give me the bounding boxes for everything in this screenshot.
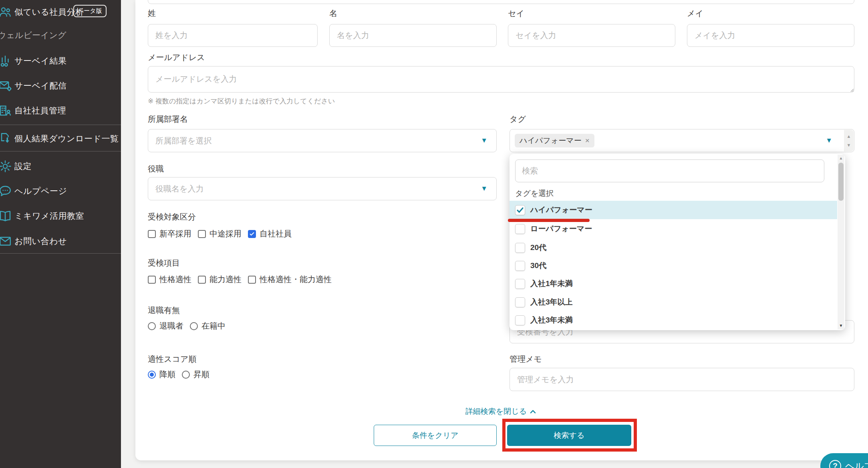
radio-selected-icon[interactable] [148,371,156,379]
sidebar-item-mikiwame-school[interactable]: ミキワメ活用教室 [0,207,121,225]
checkbox-checked-icon[interactable] [515,205,525,215]
chevron-down-icon: ▼ [826,137,832,145]
bar-chart-icon [0,53,13,69]
checkbox-icon[interactable] [515,243,525,253]
tag-option-20s[interactable]: 20代 [510,238,837,257]
question-icon: ? [829,460,841,468]
department-label: 所属部署名 [148,114,188,125]
checkbox-icon[interactable] [198,230,206,238]
sidebar-item-employee-management[interactable]: 自社社員管理 [0,102,121,119]
email-textarea[interactable] [148,66,854,93]
radio-ascending[interactable]: 昇順 [182,369,209,380]
tag-option-under-3yr[interactable]: 入社3年未満 [510,311,837,329]
annotation-red-rectangle [502,419,637,452]
checkbox-icon[interactable] [198,276,206,284]
checkbox-icon[interactable] [515,297,525,307]
sidebar-item-contact[interactable]: お問い合わせ [0,232,121,250]
email-label: メールアドレス [148,52,205,63]
mail-gear-icon [0,78,13,93]
radio-icon[interactable] [182,371,190,379]
sidebar-item-download-list[interactable]: 個人結果ダウンロード一覧 [0,130,121,147]
gear-icon [0,159,13,174]
tag-option-high-performer[interactable]: ハイパフォーマー [510,201,837,219]
chevron-down-icon: ▼ [481,137,487,145]
score-order-label: 適性スコア順 [148,354,196,365]
checkbox-icon[interactable] [148,230,156,238]
sidebar-item-survey-delivery[interactable]: サーベイ配信 [0,77,121,95]
dropdown-scrollbar[interactable]: ▲ ▼ [838,155,844,329]
email-note: ※ 複数の指定はカンマ区切りまたは改行で入力してください [148,97,335,106]
tag-option-over-3yr[interactable]: 入社3年以上 [510,293,837,311]
tag-option-30s[interactable]: 30代 [510,256,837,275]
target-category-options: 新卒採用 中途採用 自社社員 [148,228,292,239]
radio-descending[interactable]: 降順 [148,369,175,380]
collapse-search-link-wrap: 詳細検索を閉じる [148,406,854,417]
retirement-options: 退職者 在籍中 [148,321,226,331]
sidebar: 似ている社員分析 ベータ版 ウェルビーイング サーベイ結果 サーベイ配信 [0,0,121,468]
sidebar-item-label: サーベイ配信 [14,80,66,91]
book-icon [0,208,13,224]
sidebar-item-similar-analysis[interactable]: 似ている社員分析 ベータ版 [0,3,121,21]
checkbox-icon[interactable] [148,276,156,284]
last-kana-input[interactable] [508,24,675,47]
people-icon [0,4,13,20]
memo-label: 管理メモ [510,354,542,365]
role-select[interactable]: 役職名を入力 ▼ [148,177,497,200]
tag-label: タグ [510,114,526,125]
radio-icon[interactable] [190,322,198,330]
sidebar-item-label: 個人結果ダウンロード一覧 [14,133,119,144]
tag-multiselect[interactable]: ハイパフォーマー × ▼ ▲ ▼ [510,129,854,152]
sidebar-item-label: ミキワメ活用教室 [14,210,84,222]
sidebar-item-settings[interactable]: 設定 [0,157,121,175]
checkbox-checked-icon[interactable] [248,230,256,238]
tag-dropdown-header: タグを選択 [515,188,554,199]
checkbox-mid-career[interactable]: 中途採用 [198,228,242,239]
first-name-input[interactable] [329,24,497,47]
tag-search-input[interactable] [515,159,824,182]
last-name-input[interactable] [148,24,318,47]
sidebar-section-wellbeing: ウェルビーイング [0,30,66,41]
tag-option-under-1yr[interactable]: 入社1年未満 [510,274,837,293]
radio-active[interactable]: 在籍中 [190,321,226,331]
tag-option-low-performer[interactable]: ローパフォーマー [510,220,837,238]
chip-remove-icon[interactable]: × [585,136,590,145]
first-kana-input[interactable] [687,24,854,47]
checkbox-icon[interactable] [515,315,525,325]
scrollbar-thumb[interactable] [838,163,844,201]
checkbox-personality[interactable]: 性格適性 [148,274,191,285]
scroll-down-icon[interactable]: ▼ [838,322,844,329]
tag-dropdown-panel: タグを選択 ハイパフォーマー ローパフォーマー 20代 30代 入社1年未満 入… [510,154,845,330]
sidebar-item-label: 設定 [14,161,32,172]
checkbox-icon[interactable] [248,276,256,284]
radio-icon[interactable] [148,322,156,330]
memo-input[interactable] [510,368,854,391]
sidebar-item-survey-result[interactable]: サーベイ結果 [0,52,121,70]
checkbox-new-grad[interactable]: 新卒採用 [148,228,191,239]
clear-conditions-button[interactable]: 条件をクリア [374,425,497,446]
checkbox-personality-ability[interactable]: 性格適性・能力適性 [248,274,332,285]
collapse-search-link[interactable]: 詳細検索を閉じる [465,406,537,417]
sidebar-item-label: 自社社員管理 [14,105,66,116]
checkbox-icon[interactable] [515,279,525,289]
help-button[interactable]: ? ヘルプ [820,453,868,468]
exam-items-options: 性格適性 能力適性 性格適性・能力適性 [148,274,332,285]
multiselect-scrollbar[interactable]: ▲ ▼ [844,130,854,151]
department-select[interactable]: 所属部署を選択 ▼ [148,129,497,152]
cutoff-top-field[interactable] [148,0,854,4]
chevron-down-icon: ▼ [481,185,487,193]
envelope-icon [0,234,13,249]
checkbox-ability[interactable]: 能力適性 [198,274,242,285]
scroll-up-icon[interactable]: ▲ [844,132,854,140]
last-name-label: 姓 [148,8,156,19]
score-order-options: 降順 昇順 [148,369,209,380]
sidebar-item-help-page[interactable]: ヘルプページ [0,182,121,200]
checkbox-icon[interactable] [515,261,525,271]
radio-retired[interactable]: 退職者 [148,321,183,331]
role-placeholder: 役職名を入力 [155,184,203,194]
sidebar-divider [0,125,121,125]
scroll-up-icon[interactable]: ▲ [838,155,844,162]
annotation-red-underline [508,219,590,222]
checkbox-own-employee[interactable]: 自社社員 [248,228,292,239]
scroll-down-icon[interactable]: ▼ [844,141,854,149]
checkbox-icon[interactable] [515,224,525,234]
